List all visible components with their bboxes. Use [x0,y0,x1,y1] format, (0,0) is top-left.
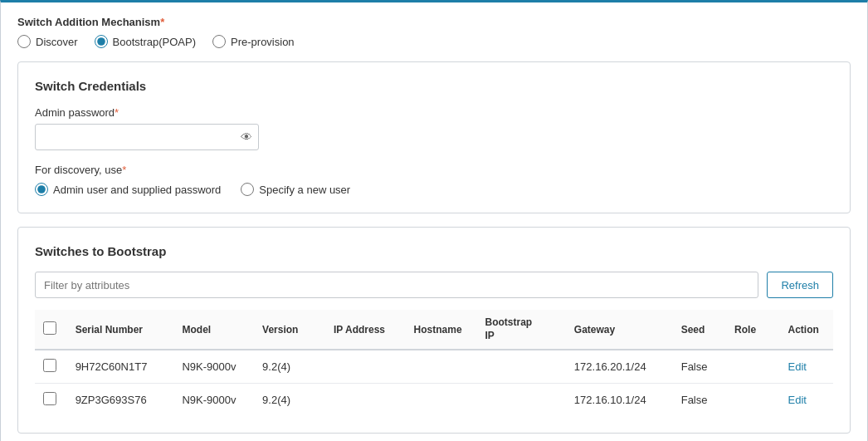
table-header-row: Serial Number Model Version IP Address H… [35,310,833,350]
table-row: 9ZP3G693S76 N9K-9000v 9.2(4) 172.16.10.1… [35,384,833,417]
credentials-title: Switch Credentials [35,79,833,93]
bootstrap-card: Switches to Bootstrap Refresh Serial Num… [17,227,851,434]
radio-admin-user-input[interactable] [35,183,48,196]
cell-ip [325,350,406,384]
select-all-checkbox[interactable] [43,321,56,335]
th-version: Version [254,310,325,350]
radio-specify-user[interactable]: Specify a new user [241,183,350,196]
th-hostname: Hostname [406,310,477,350]
radio-preprovision-input[interactable] [212,35,226,48]
password-label-text: Admin password [35,106,115,119]
cell-role [726,384,779,417]
cell-role [726,350,779,384]
th-model: Model [173,310,254,350]
bootstrap-title: Switches to Bootstrap [35,244,833,258]
cell-model: N9K-9000v [173,384,254,417]
credentials-card: Switch Credentials Admin password* 👁 For… [17,61,851,213]
cell-action: Edit [780,384,834,417]
th-bootstrap-ip: BootstrapIP [477,310,566,350]
cell-bootstrap-ip [477,384,566,417]
radio-specify-user-label: Specify a new user [259,184,350,196]
cell-seed: False [673,384,726,417]
cell-model: N9K-9000v [173,350,254,384]
radio-admin-user-label: Admin user and supplied password [53,184,221,196]
radio-discover[interactable]: Discover [17,35,78,48]
radio-bootstrap-input[interactable] [95,35,108,48]
radio-discover-input[interactable] [17,35,31,48]
filter-input[interactable] [35,272,758,298]
bootstrap-table: Serial Number Model Version IP Address H… [35,310,833,416]
cell-hostname [406,384,477,417]
mechanism-label: Switch Addition Mechanism* [17,16,851,28]
th-seed: Seed [673,310,726,350]
table-row: 9H72C60N1T7 N9K-9000v 9.2(4) 172.16.20.1… [35,350,833,384]
admin-password-input[interactable] [35,124,259,150]
password-required-star: * [115,106,119,119]
th-gateway: Gateway [566,310,673,350]
row-checkbox-cell [35,350,67,384]
row-checkbox-1[interactable] [43,392,56,405]
cell-gateway: 172.16.10.1/24 [566,384,673,417]
discovery-radio-group: Admin user and supplied password Specify… [35,183,833,196]
cell-bootstrap-ip [477,350,566,384]
cell-hostname [406,350,477,384]
cell-action: Edit [780,350,834,384]
mechanism-radio-group: Discover Bootstrap(POAP) Pre-provision [17,35,851,48]
cell-gateway: 172.16.20.1/24 [566,350,673,384]
cell-version: 9.2(4) [254,350,325,384]
radio-bootstrap-label: Bootstrap(POAP) [113,36,196,48]
edit-link-0[interactable]: Edit [788,360,807,373]
radio-discover-label: Discover [36,36,78,48]
cell-ip [325,384,406,417]
radio-specify-user-input[interactable] [241,183,254,196]
password-toggle-icon[interactable]: 👁 [241,130,252,144]
th-ip: IP Address [325,310,406,350]
discovery-label: For discovery, use* [35,164,833,176]
th-action: Action [780,310,834,350]
edit-link-1[interactable]: Edit [788,394,807,406]
password-field-wrapper: 👁 [35,124,259,150]
th-role: Role [726,310,779,350]
radio-bootstrap[interactable]: Bootstrap(POAP) [95,35,196,48]
refresh-button[interactable]: Refresh [767,272,833,298]
radio-preprovision[interactable]: Pre-provision [212,35,295,48]
cell-serial: 9H72C60N1T7 [67,350,174,384]
cell-seed: False [673,350,726,384]
mechanism-label-text: Switch Addition Mechanism [17,16,160,28]
discovery-label-text: For discovery, use [35,164,122,176]
switch-addition-mechanism-section: Switch Addition Mechanism* Discover Boot… [17,16,851,48]
required-star: * [160,16,164,28]
radio-admin-user[interactable]: Admin user and supplied password [35,183,221,196]
radio-preprovision-label: Pre-provision [231,36,295,48]
filter-bar: Refresh [35,272,833,298]
row-checkbox-0[interactable] [43,359,56,372]
cell-version: 9.2(4) [254,384,325,417]
password-label: Admin password* [35,106,833,119]
cell-serial: 9ZP3G693S76 [67,384,174,417]
discovery-required-star: * [122,164,126,176]
row-checkbox-cell [35,384,67,417]
th-checkbox [35,310,67,350]
th-serial: Serial Number [67,310,174,350]
